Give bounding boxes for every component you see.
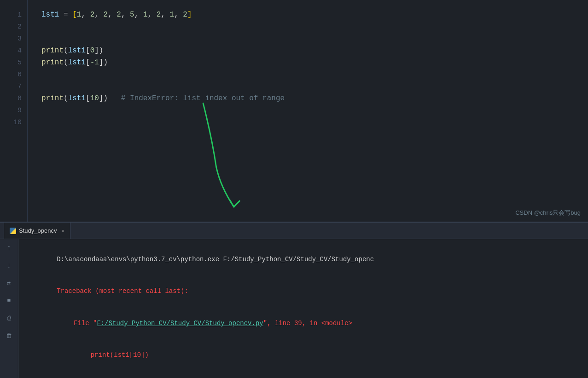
term-line-file: File "F:/Study_Python_CV/Study_CV/Study_… bbox=[26, 308, 581, 339]
scroll-down-button[interactable]: ↓ bbox=[4, 260, 15, 271]
print-button[interactable]: ⎙ bbox=[4, 313, 15, 324]
code-line-7 bbox=[41, 81, 574, 93]
clear-button[interactable]: 🗑 bbox=[4, 330, 15, 341]
scroll-up-button[interactable]: ↑ bbox=[4, 243, 15, 254]
watermark: CSDN @chris只会写bug bbox=[515, 209, 581, 217]
terminal-output[interactable]: D:\anacondaaa\envs\python3.7_cv\python.e… bbox=[18, 239, 588, 378]
line-num-6: 6 bbox=[17, 69, 22, 81]
terminal-body: ↑ ↓ ⇄ ≡ ⎙ 🗑 D:\anacondaaa\envs\python3.7… bbox=[0, 239, 588, 378]
code-line-10 bbox=[41, 117, 574, 129]
python-icon bbox=[10, 228, 16, 234]
code-line-2 bbox=[41, 21, 574, 33]
toggle-wrap-button[interactable]: ⇄ bbox=[4, 278, 15, 289]
code-line-4: print(lst1[0]) bbox=[41, 45, 574, 57]
term-line-traceback: Traceback (most recent call last): bbox=[26, 275, 581, 307]
code-line-6 bbox=[41, 69, 574, 81]
line-num-8: 8 bbox=[17, 93, 22, 105]
code-line-1: lst1 = [1, 2, 2, 2, 5, 1, 2, 1, 2] bbox=[41, 9, 574, 21]
term-line-code: print(lst1[10]) bbox=[26, 339, 581, 371]
terminal-tabs: Study_opencv × bbox=[0, 223, 588, 239]
terminal-panel: Study_opencv × ↑ ↓ ⇄ ≡ ⎙ 🗑 D:\anacondaaa… bbox=[0, 222, 588, 378]
line-num-10: 10 bbox=[13, 117, 22, 129]
line-num-7: 7 bbox=[17, 81, 22, 93]
tab-label: Study_opencv bbox=[19, 227, 57, 234]
term-line-error-box: IndexError: list index out of range _ bbox=[26, 372, 581, 378]
code-editor[interactable]: lst1 = [1, 2, 2, 2, 5, 1, 2, 1, 2] print… bbox=[28, 0, 588, 222]
code-line-8: print(lst1[10]) # IndexError: list index… bbox=[41, 93, 574, 105]
line-num-2: 2 bbox=[17, 21, 22, 33]
code-line-9 bbox=[41, 105, 574, 117]
line-num-1: 1 bbox=[17, 9, 22, 21]
line-numbers: 1 2 3 4 5 6 7 8 9 10 bbox=[0, 0, 28, 222]
term-file-link[interactable]: F:/Study_Python_CV/Study_CV/Study_opencv… bbox=[97, 320, 263, 327]
terminal-tab-study-opencv[interactable]: Study_opencv × bbox=[4, 223, 70, 239]
line-num-5: 5 bbox=[17, 57, 22, 69]
list-menu-button[interactable]: ≡ bbox=[4, 295, 15, 306]
term-line-command: D:\anacondaaa\envs\python3.7_cv\python.e… bbox=[26, 244, 581, 275]
line-num-4: 4 bbox=[17, 45, 22, 57]
code-line-5: print(lst1[-1]) bbox=[41, 57, 574, 69]
terminal-sidebar: ↑ ↓ ⇄ ≡ ⎙ 🗑 bbox=[0, 239, 18, 378]
code-line-3 bbox=[41, 33, 574, 45]
line-num-9: 9 bbox=[17, 105, 22, 117]
line-num-3: 3 bbox=[17, 33, 22, 45]
tab-close-button[interactable]: × bbox=[61, 228, 64, 234]
